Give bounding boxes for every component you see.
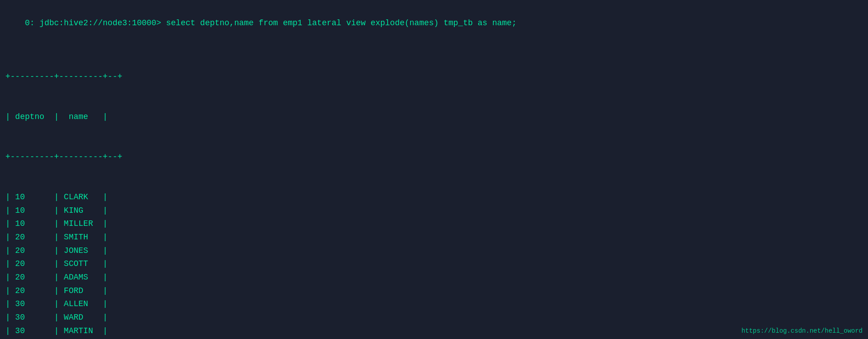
terminal-window: 0: jdbc:hive2://node3:10000> select dept… xyxy=(5,4,863,339)
prompt-line: 0: jdbc:hive2://node3:10000> select dept… xyxy=(5,4,863,42)
table-output: +---------+---------+--+ | deptno | name… xyxy=(5,43,863,339)
table-row: | 20 | FORD | xyxy=(5,284,863,298)
separator-top: +---------+---------+--+ xyxy=(5,70,863,84)
table-rows: | 10 | CLARK || 10 | KING || 10 | MILLER… xyxy=(5,191,863,339)
table-row: | 10 | KING | xyxy=(5,204,863,218)
prompt-text: 0: jdbc:hive2://node3:10000> select dept… xyxy=(25,18,516,27)
watermark: https://blog.csdn.net/hell_oword xyxy=(741,327,863,334)
table-header: | deptno | name | xyxy=(5,110,863,124)
table-row: | 30 | WARD | xyxy=(5,311,863,325)
table-row: | 30 | ALLEN | xyxy=(5,298,863,311)
table-row: | 20 | SCOTT | xyxy=(5,257,863,271)
table-row: | 10 | MILLER | xyxy=(5,217,863,231)
table-row: | 20 | JONES | xyxy=(5,244,863,258)
separator-mid: +---------+---------+--+ xyxy=(5,151,863,164)
table-row: | 10 | CLARK | xyxy=(5,191,863,204)
table-row: | 20 | SMITH | xyxy=(5,231,863,244)
table-row: | 30 | MARTIN | xyxy=(5,325,863,338)
table-row: | 20 | ADAMS | xyxy=(5,271,863,284)
